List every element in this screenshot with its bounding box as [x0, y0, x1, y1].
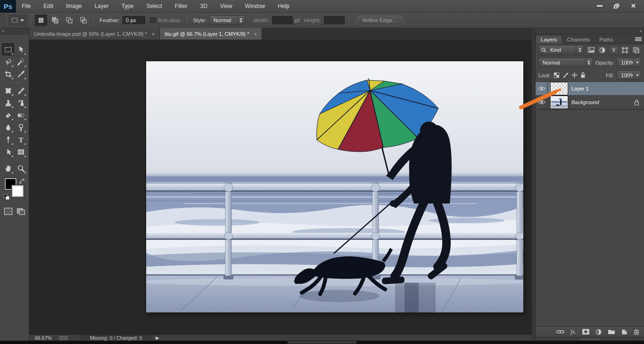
filter-smart-objects-button[interactable] — [631, 46, 641, 55]
lasso-tool[interactable] — [2, 56, 14, 68]
menu-view[interactable]: View — [220, 3, 232, 9]
background-color-swatch[interactable] — [12, 185, 24, 197]
menu-image[interactable]: Image — [66, 3, 82, 9]
color-picker-widget — [4, 178, 25, 202]
new-group-button[interactable] — [608, 329, 615, 335]
history-brush-tool[interactable] — [15, 97, 27, 109]
new-adjustment-layer-button[interactable] — [595, 329, 602, 335]
layer-visibility-toggle[interactable] — [536, 96, 548, 109]
doc-tab-titu-gif[interactable]: titu.gif @ 66.7% (Layer 1, CMYK/8) * × — [160, 28, 262, 40]
hand-tool[interactable] — [2, 162, 14, 174]
filter-type-layers-button[interactable]: T — [609, 46, 619, 55]
menu-help[interactable]: Help — [278, 3, 289, 9]
minimize-button[interactable] — [592, 1, 607, 10]
status-menu-arrow-icon[interactable]: ▶ — [156, 336, 159, 340]
layer-row-layer-1[interactable]: Layer 1 — [536, 82, 644, 96]
rectangular-marquee-tool[interactable] — [2, 43, 14, 56]
blend-mode-select[interactable]: Normal — [538, 58, 593, 67]
crop-tool[interactable] — [2, 68, 14, 80]
height-input[interactable] — [324, 16, 345, 25]
filter-shape-layers-button[interactable] — [620, 46, 630, 55]
path-selection-tool[interactable] — [2, 146, 14, 158]
swap-colors-icon[interactable] — [19, 178, 25, 184]
layer-name[interactable]: Background — [571, 99, 634, 105]
eyedropper-tool[interactable] — [15, 68, 27, 80]
subtract-selection-button[interactable] — [63, 15, 75, 26]
blur-tool[interactable] — [2, 121, 14, 133]
menu-window[interactable]: Window — [245, 3, 265, 9]
tab-paths[interactable]: Paths — [594, 35, 618, 44]
panel-menu-icon[interactable] — [635, 37, 642, 42]
canvas-pasteboard[interactable] — [29, 40, 532, 335]
menu-filter[interactable]: Filter — [175, 3, 188, 9]
close-button[interactable]: ✕ — [626, 1, 641, 10]
layer-style-button[interactable]: fx. — [570, 328, 576, 336]
lock-pixels-button[interactable] — [562, 72, 569, 78]
lock-all-button[interactable] — [580, 72, 586, 78]
quick-mask-button[interactable] — [4, 207, 13, 216]
collapse-toolbar-button[interactable]: « — [0, 28, 29, 34]
tab-close-icon[interactable]: × — [253, 31, 258, 37]
filter-pixel-layers-button[interactable] — [586, 46, 596, 55]
refine-edge-button[interactable]: Refine Edge... — [355, 16, 404, 25]
layer-row-background[interactable]: Background — [536, 96, 644, 109]
filter-kind-select[interactable]: Kind — [538, 45, 584, 55]
screen-mode-button[interactable] — [17, 207, 25, 216]
move-tool[interactable] — [15, 43, 27, 56]
menu-select[interactable]: Select — [146, 3, 162, 9]
quick-selection-tool[interactable] — [15, 56, 27, 68]
tab-layers[interactable]: Layers — [536, 35, 562, 44]
layer-visibility-toggle[interactable] — [536, 82, 548, 95]
clone-stamp-tool[interactable] — [2, 97, 14, 109]
layer-thumbnail[interactable] — [551, 82, 568, 95]
panel-gutter[interactable] — [532, 28, 536, 341]
restore-button[interactable] — [609, 1, 624, 10]
dodge-tool[interactable] — [15, 121, 27, 133]
feather-input[interactable]: 0 px — [123, 16, 145, 25]
default-colors-icon[interactable] — [4, 194, 10, 200]
doc-tab-umbrella-image[interactable]: Umbrella-Image.psd @ 50% (Layer 1, CMYK/… — [29, 28, 160, 40]
gradient-tool[interactable] — [15, 109, 27, 121]
pen-tool[interactable] — [2, 133, 14, 146]
photoshop-logo-icon: Ps — [0, 0, 16, 13]
brush-tool[interactable] — [15, 84, 27, 97]
add-selection-button[interactable] — [49, 15, 61, 26]
eraser-tool[interactable] — [2, 109, 14, 121]
layer-thumbnail[interactable] — [551, 96, 568, 108]
anti-alias-checkbox[interactable] — [150, 17, 156, 24]
menu-edit[interactable]: Edit — [43, 3, 53, 9]
width-input[interactable] — [272, 16, 293, 25]
new-selection-button[interactable] — [35, 15, 47, 26]
layer-name[interactable]: Layer 1 — [571, 86, 644, 91]
tab-channels[interactable]: Channels — [562, 35, 595, 44]
tab-close-icon[interactable]: × — [151, 31, 156, 37]
spot-healing-brush-tool[interactable] — [2, 84, 14, 97]
zoom-tool[interactable] — [15, 162, 27, 174]
rectangle-shape-tool[interactable] — [15, 146, 27, 158]
opacity-field[interactable]: 100% — [617, 58, 641, 67]
type-tool[interactable]: T — [15, 133, 27, 146]
style-value: Normal — [210, 17, 237, 23]
menu-file[interactable]: File — [22, 3, 31, 9]
tool-preset-button[interactable] — [8, 15, 27, 26]
lock-position-button[interactable] — [571, 72, 578, 78]
collapse-panels-button[interactable]: « — [536, 28, 644, 34]
swap-width-height-icon[interactable]: ⇄ — [295, 16, 300, 24]
menu-3d[interactable]: 3D — [200, 3, 207, 9]
new-layer-button[interactable] — [621, 329, 627, 335]
intersect-selection-button[interactable] — [77, 15, 90, 26]
delete-layer-button[interactable] — [634, 329, 639, 335]
panel-resize-grip[interactable] — [536, 337, 644, 341]
fill-field[interactable]: 100% — [617, 71, 641, 80]
canvas-image[interactable] — [146, 61, 523, 312]
zoom-level-field[interactable]: 66.67% — [35, 335, 59, 341]
add-layer-mask-button[interactable] — [582, 329, 589, 335]
toolbar-grip[interactable] — [7, 37, 22, 41]
lock-transparency-button[interactable] — [553, 72, 560, 78]
menu-layer[interactable]: Layer — [94, 3, 108, 9]
filter-adjustment-layers-button[interactable] — [597, 46, 607, 55]
style-select[interactable]: Normal — [209, 16, 245, 25]
status-doc-icon — [59, 336, 68, 340]
link-layers-button[interactable] — [556, 329, 564, 334]
menu-type[interactable]: Type — [121, 3, 133, 9]
